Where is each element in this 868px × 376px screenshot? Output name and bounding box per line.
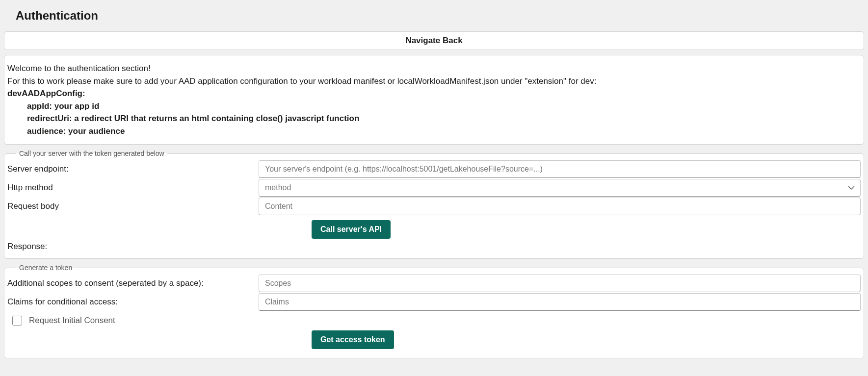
server-endpoint-label: Server endpoint: bbox=[7, 162, 259, 176]
info-panel: Welcome to the authentication section! F… bbox=[4, 55, 864, 145]
http-method-select[interactable] bbox=[259, 179, 861, 197]
request-initial-consent-label: Request Initial Consent bbox=[29, 316, 115, 326]
call-server-legend: Call your server with the token generate… bbox=[16, 150, 167, 157]
navigate-back-button[interactable]: Navigate Back bbox=[4, 31, 864, 50]
info-welcome-text: Welcome to the authentication section! bbox=[7, 62, 861, 75]
claims-input[interactable] bbox=[259, 293, 861, 311]
http-method-label: Http method bbox=[7, 181, 259, 195]
claims-label: Claims for conditional access: bbox=[7, 295, 259, 309]
scopes-label: Additional scopes to consent (seperated … bbox=[7, 276, 259, 290]
generate-token-legend: Generate a token bbox=[16, 264, 75, 272]
info-config-appid: appId: your app id bbox=[27, 100, 861, 113]
get-access-token-button[interactable]: Get access token bbox=[312, 330, 394, 349]
request-body-input[interactable] bbox=[259, 198, 861, 215]
scopes-input[interactable] bbox=[259, 275, 861, 292]
info-config-header: devAADAppConfig: bbox=[7, 87, 861, 100]
server-endpoint-input[interactable] bbox=[259, 160, 861, 178]
request-body-label: Request body bbox=[7, 200, 259, 213]
info-instruction-text: For this to work please make sure to add… bbox=[7, 75, 861, 88]
page-title: Authentication bbox=[16, 9, 864, 23]
info-config-redirect: redirectUri: a redirect URI that returns… bbox=[27, 112, 861, 125]
info-config-audience: audience: your audience bbox=[27, 125, 861, 138]
generate-token-panel: Generate a token Additional scopes to co… bbox=[4, 264, 864, 358]
call-server-api-button[interactable]: Call server's API bbox=[312, 220, 391, 239]
request-initial-consent-checkbox[interactable] bbox=[12, 316, 22, 326]
response-label: Response: bbox=[7, 242, 861, 251]
call-server-panel: Call your server with the token generate… bbox=[4, 150, 864, 259]
